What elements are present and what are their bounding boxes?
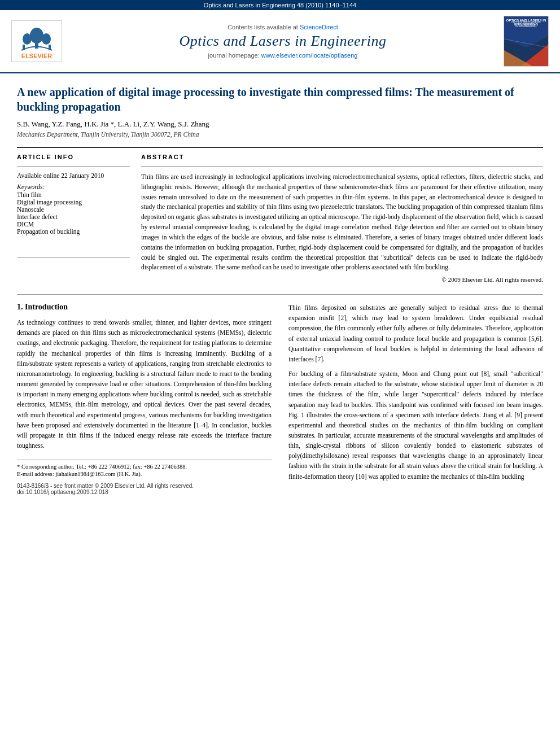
copyright-text: © 2009 Elsevier Ltd. All rights reserved… — [141, 276, 543, 283]
intro-title-text: Introduction — [25, 303, 68, 311]
available-online: Available online 22 January 2010 — [17, 172, 130, 179]
right-paragraph-2: For buckling of a film/substrate system,… — [288, 369, 543, 482]
article-info-column: ARTICLE INFO Available online 22 January… — [17, 154, 130, 283]
keyword-4: Interface defect — [17, 213, 130, 220]
keyword-3: Nanoscale — [17, 206, 130, 213]
article-title: A new application of digital image proce… — [17, 85, 543, 114]
journal-cover-image: OPTICS AND LASERS IN ENGINEERING OPTICS … — [504, 16, 549, 67]
svg-point-2 — [30, 28, 43, 43]
keywords-label: Keywords: — [17, 184, 130, 190]
authors: S.B. Wang, Y.Z. Fang, H.K. Jia *, L.A. L… — [17, 120, 543, 129]
elsevier-tree-icon — [17, 23, 56, 51]
svg-point-3 — [23, 33, 32, 45]
intro-paragraph-1: As technology continues to trend towards… — [17, 317, 272, 451]
header-divider — [17, 147, 543, 148]
journal-homepage: journal homepage: www.elsevier.com/locat… — [62, 52, 504, 59]
body-section: 1. Introduction As technology continues … — [17, 294, 543, 495]
intro-section-title: 1. Introduction — [17, 303, 272, 312]
journal-title: Optics and Lasers in Engineering — [62, 33, 504, 50]
article-info-header: ARTICLE INFO — [17, 154, 130, 160]
abstract-divider — [141, 166, 543, 167]
elsevier-logo-box: ELSEVIER — [11, 20, 62, 62]
abstract-column: ABSTRACT Thin films are used increasingl… — [141, 154, 543, 283]
keyword-1: Thin film — [17, 191, 130, 198]
authors-text: S.B. Wang, Y.Z. Fang, H.K. Jia *, L.A. L… — [17, 120, 209, 128]
article-info-bottom-divider — [17, 257, 130, 258]
sciencedirect-link: Contents lists available at ScienceDirec… — [62, 24, 504, 30]
abstract-text: Thin films are used increasingly in tech… — [141, 172, 543, 273]
top-banner: Optics and Lasers in Engineering 48 (201… — [0, 0, 560, 10]
homepage-link[interactable]: www.elsevier.com/locate/optlaseng — [261, 52, 358, 59]
abstract-header: ABSTRACT — [141, 154, 543, 160]
journal-center: Contents lists available at ScienceDirec… — [62, 24, 504, 59]
article-info-divider — [17, 166, 130, 167]
elsevier-brand-text: ELSEVIER — [14, 53, 59, 59]
elsevier-logo: ELSEVIER — [11, 20, 62, 62]
doi-line2: doi:10.1016/j.optlaseng.2009.12.018 — [17, 489, 272, 495]
body-two-col: 1. Introduction As technology continues … — [17, 303, 543, 495]
body-left-col: 1. Introduction As technology continues … — [17, 303, 272, 495]
body-right-col: Thin films deposited on substrates are g… — [288, 303, 543, 495]
footnote-email: E-mail address: jiahaikun1984@163.com (H… — [17, 471, 272, 477]
svg-point-4 — [42, 33, 51, 45]
journal-header: ELSEVIER Contents lists available at Sci… — [0, 10, 560, 73]
footnote-corresponding: * Corresponding author. Tel.: +86 222 74… — [17, 464, 272, 470]
sciencedirect-anchor[interactable]: ScienceDirect — [300, 24, 338, 30]
right-paragraph-1: Thin films deposited on substrates are g… — [288, 303, 543, 364]
affiliation: Mechanics Department, Tianjin University… — [17, 131, 543, 138]
cover-title-text: OPTICS AND LASERS IN ENGINEERING — [506, 19, 546, 27]
keyword-6: Propagation of buckling — [17, 228, 130, 235]
keyword-2: Digital image processing — [17, 199, 130, 206]
keyword-5: DICM — [17, 221, 130, 228]
banner-text: Optics and Lasers in Engineering 48 (201… — [204, 2, 356, 8]
article-info-abstract-row: ARTICLE INFO Available online 22 January… — [17, 154, 543, 283]
main-content: A new application of digital image proce… — [0, 73, 560, 506]
doi-line1: 0143-8166/$ - see front matter © 2009 El… — [17, 483, 272, 489]
doi-info: 0143-8166/$ - see front matter © 2009 El… — [17, 483, 272, 495]
keywords-list: Thin film Digital image processing Nanos… — [17, 191, 130, 235]
footnote-area: * Corresponding author. Tel.: +86 222 74… — [17, 460, 272, 477]
